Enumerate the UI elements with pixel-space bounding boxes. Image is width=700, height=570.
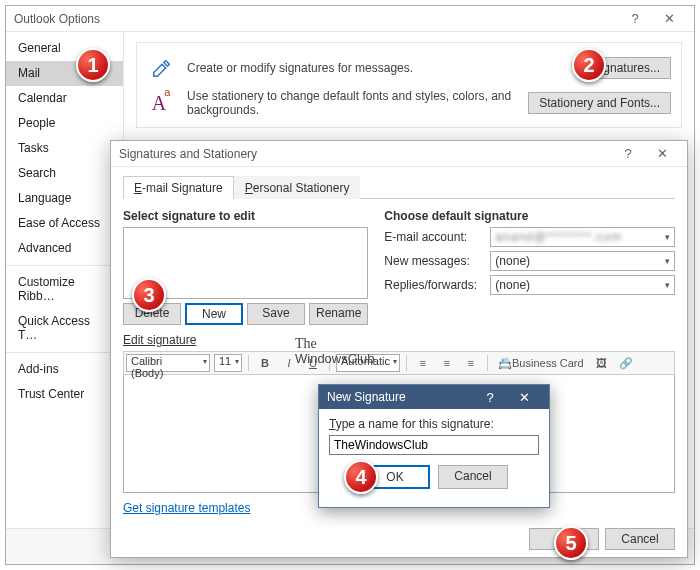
help-icon[interactable]: ? (611, 142, 645, 166)
business-card-button[interactable]: 📇 Business Card (494, 354, 588, 372)
new-sig-label: Type a name for this signature: (329, 417, 539, 431)
stationery-desc: Use stationery to change default fonts a… (187, 89, 518, 117)
align-left-button[interactable]: ≡ (413, 354, 433, 372)
sidebar-item-addins[interactable]: Add-ins (6, 352, 123, 382)
callout-badge-2: 2 (572, 48, 606, 82)
font-select[interactable]: Calibri (Body) (126, 354, 210, 372)
select-signature-label: Select signature to edit (123, 209, 368, 223)
options-titlebar: Outlook Options ? ✕ (6, 6, 694, 32)
email-account-select[interactable]: anand@********.com ▾ (490, 227, 675, 247)
sidebar-item-quick-access-toolbar[interactable]: Quick Access T… (6, 309, 123, 348)
tab-personal-stationery[interactable]: Personal Stationery (234, 176, 361, 199)
chevron-down-icon: ▾ (665, 232, 670, 242)
sidebar-item-customize-ribbon[interactable]: Customize Ribb… (6, 265, 123, 309)
insert-picture-button[interactable]: 🖼 (592, 354, 612, 372)
close-icon[interactable]: ✕ (652, 7, 686, 31)
sidebar-item-language[interactable]: Language (6, 186, 123, 211)
help-icon[interactable]: ? (473, 385, 507, 409)
callout-badge-3: 3 (132, 278, 166, 312)
callout-badge-4: 4 (344, 460, 378, 494)
close-icon[interactable]: ✕ (645, 142, 679, 166)
sidebar-item-tasks[interactable]: Tasks (6, 136, 123, 161)
chevron-down-icon: ▾ (665, 256, 670, 266)
sig-title: Signatures and Stationery (119, 147, 257, 161)
new-messages-label: New messages: (384, 254, 484, 268)
new-button[interactable]: New (185, 303, 243, 325)
sig-tabs: E-mail Signature Personal Stationery (123, 175, 675, 199)
stationery-icon: Aa (147, 90, 177, 116)
rename-button[interactable]: Rename (309, 303, 368, 325)
font-size-select[interactable]: 11 (214, 354, 242, 372)
choose-default-label: Choose default signature (384, 209, 675, 223)
sidebar-item-people[interactable]: People (6, 111, 123, 136)
replies-forwards-label: Replies/forwards: (384, 278, 484, 292)
replies-forwards-select[interactable]: (none) ▾ (490, 275, 675, 295)
tab-email-signature[interactable]: E-mail Signature (123, 176, 234, 199)
options-title: Outlook Options (14, 12, 100, 26)
sig-titlebar: Signatures and Stationery ? ✕ (111, 141, 687, 167)
italic-button[interactable]: I (279, 354, 299, 372)
sig-cancel-button[interactable]: Cancel (605, 528, 675, 550)
sidebar-item-ease-of-access[interactable]: Ease of Access (6, 211, 123, 236)
close-icon[interactable]: ✕ (507, 385, 541, 409)
new-sig-titlebar: New Signature ? ✕ (319, 385, 549, 409)
underline-button[interactable]: U (303, 354, 323, 372)
sidebar-item-search[interactable]: Search (6, 161, 123, 186)
new-messages-select[interactable]: (none) ▾ (490, 251, 675, 271)
bold-button[interactable]: B (255, 354, 275, 372)
callout-badge-5: 5 (554, 526, 588, 560)
signatures-desc: Create or modify signatures for messages… (187, 61, 572, 75)
new-sig-title: New Signature (327, 390, 406, 404)
signature-name-input[interactable] (329, 435, 539, 455)
sidebar-item-calendar[interactable]: Calendar (6, 86, 123, 111)
save-button[interactable]: Save (247, 303, 305, 325)
help-icon[interactable]: ? (618, 7, 652, 31)
options-sidebar: General Mail Calendar People Tasks Searc… (6, 32, 124, 534)
sidebar-item-trust-center[interactable]: Trust Center (6, 382, 123, 407)
email-account-label: E-mail account: (384, 230, 484, 244)
align-center-button[interactable]: ≡ (437, 354, 457, 372)
stationery-fonts-button[interactable]: Stationery and Fonts... (528, 92, 671, 114)
chevron-down-icon: ▾ (665, 280, 670, 290)
signature-icon (147, 55, 177, 81)
sidebar-item-advanced[interactable]: Advanced (6, 236, 123, 261)
align-right-button[interactable]: ≡ (461, 354, 481, 372)
new-sig-cancel-button[interactable]: Cancel (438, 465, 508, 489)
get-templates-link[interactable]: Get signature templates (123, 501, 250, 515)
format-toolbar: Calibri (Body) 11 B I U Automatic ≡ ≡ ≡ … (123, 351, 675, 375)
edit-signature-label: Edit signature (123, 333, 675, 347)
insert-hyperlink-button[interactable]: 🔗 (616, 354, 636, 372)
callout-badge-1: 1 (76, 48, 110, 82)
font-color-select[interactable]: Automatic (336, 354, 400, 372)
sig-footer: OK Cancel (111, 521, 687, 557)
